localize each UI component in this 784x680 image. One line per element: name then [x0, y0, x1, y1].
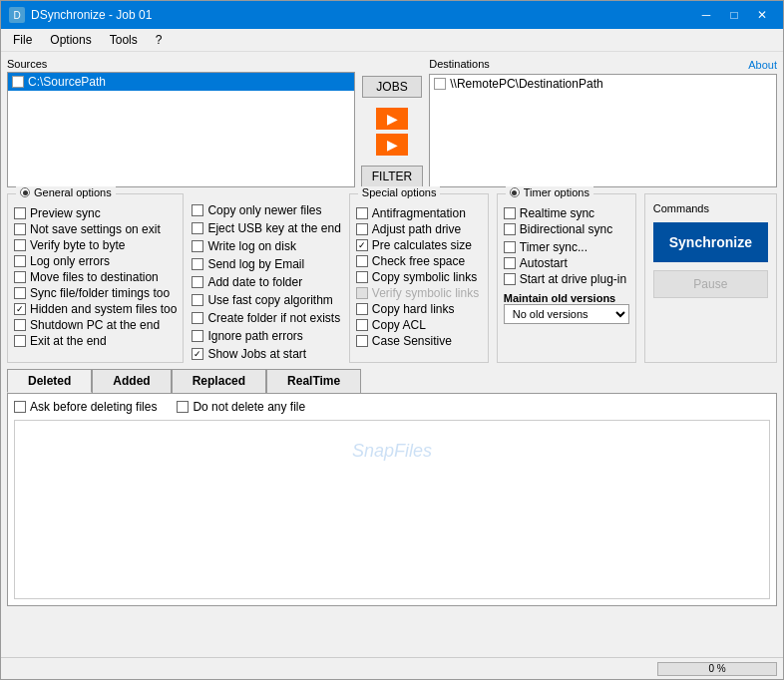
- spec-cb-6[interactable]: [356, 303, 368, 315]
- spec-opt-1: Adjust path drive: [356, 222, 482, 236]
- copy-cb-5[interactable]: [192, 294, 203, 306]
- spec-cb-3[interactable]: [356, 255, 368, 267]
- do-not-delete-cb[interactable]: [177, 401, 189, 413]
- tab-list-area: SnapFiles: [14, 420, 770, 599]
- do-not-delete-label: Do not delete any file: [193, 400, 305, 414]
- maximize-button[interactable]: □: [721, 5, 747, 25]
- copy-cb-2[interactable]: [192, 240, 203, 252]
- menu-tools[interactable]: Tools: [102, 31, 146, 49]
- do-not-delete-row: Do not delete any file: [177, 400, 305, 414]
- copy-cb-8[interactable]: [192, 348, 203, 360]
- copy-cb-4[interactable]: [192, 276, 203, 288]
- maintain-select[interactable]: No old versions 1 version 2 versions 3 v…: [504, 304, 629, 324]
- tab-realtime[interactable]: RealTime: [266, 369, 361, 393]
- main-content: Sources C:\SourcePath JOBS FILTER: [1, 52, 783, 657]
- timer-options-list: Realtime sync Bidirectional sync Timer s…: [504, 206, 629, 324]
- jobs-button[interactable]: JOBS: [362, 76, 422, 98]
- dest-item-0[interactable]: \\RemotePC\DestinationPath: [430, 75, 776, 93]
- copy-opt-1: Eject USB key at the end: [192, 221, 340, 235]
- spec-cb-8[interactable]: [356, 335, 368, 347]
- filter-button[interactable]: FILTER: [361, 166, 423, 187]
- gen-cb-8[interactable]: [14, 335, 26, 347]
- title-bar: D DSynchronize - Job 01 ─ □ ✕: [1, 1, 783, 29]
- gen-cb-6[interactable]: [14, 303, 26, 315]
- gen-cb-1[interactable]: [14, 223, 26, 235]
- spec-opt-4: Copy symbolic links: [356, 270, 482, 284]
- timer-cb-0[interactable]: [504, 207, 516, 219]
- tab-replaced[interactable]: Replaced: [172, 369, 266, 393]
- general-options-group: General options Preview sync Not save se…: [7, 193, 184, 363]
- copy-cb-0[interactable]: [192, 204, 203, 216]
- gen-cb-4[interactable]: [14, 271, 26, 283]
- source-item-0[interactable]: C:\SourcePath: [8, 73, 354, 91]
- special-options-list: Antifragmentation Adjust path drive Pre …: [356, 206, 482, 348]
- dest-path-0: \\RemotePC\DestinationPath: [450, 77, 602, 91]
- watermark: SnapFiles: [15, 421, 769, 482]
- timer-cb-4[interactable]: [504, 273, 516, 285]
- timer-cb-1[interactable]: [504, 223, 516, 235]
- timer-sub-group: Timer sync... Autostart Start at drive p…: [504, 240, 629, 286]
- source-checkbox-0[interactable]: [12, 76, 24, 88]
- synchronize-button[interactable]: Synchronize: [653, 222, 768, 262]
- general-options-radio[interactable]: [20, 187, 30, 197]
- copy-cb-6[interactable]: [192, 312, 203, 324]
- arrow-button-2[interactable]: [376, 134, 408, 156]
- tab-added[interactable]: Added: [92, 369, 171, 393]
- timer-options-radio[interactable]: [510, 187, 520, 197]
- spec-cb-2[interactable]: [356, 239, 368, 251]
- spec-cb-0[interactable]: [356, 207, 368, 219]
- general-options-title: General options: [16, 186, 116, 198]
- sources-label: Sources: [7, 58, 355, 70]
- copy-opt-8: Show Jobs at start: [192, 347, 340, 361]
- ask-before-row: Ask before deleting files: [14, 400, 157, 414]
- spec-cb-1[interactable]: [356, 223, 368, 235]
- about-link[interactable]: About: [748, 59, 777, 71]
- gen-cb-3[interactable]: [14, 255, 26, 267]
- spec-opt-6: Copy hard links: [356, 302, 482, 316]
- special-options-title: Special options: [358, 186, 441, 198]
- arrow-button-1[interactable]: [376, 108, 408, 130]
- copy-opt-4: Add date to folder: [192, 275, 340, 289]
- gen-cb-5[interactable]: [14, 287, 26, 299]
- sources-list: C:\SourcePath: [7, 72, 355, 187]
- timer-cb-3[interactable]: [504, 257, 516, 269]
- menu-options[interactable]: Options: [42, 31, 99, 49]
- timer-cb-2[interactable]: [504, 241, 516, 253]
- minimize-button[interactable]: ─: [693, 5, 719, 25]
- timer-options-title: Timer options: [506, 186, 593, 198]
- menu-help[interactable]: ?: [148, 31, 171, 49]
- gen-cb-7[interactable]: [14, 319, 26, 331]
- spec-opt-8: Case Sensitive: [356, 334, 482, 348]
- copy-cb-7[interactable]: [192, 330, 203, 342]
- dest-checkbox-0[interactable]: [434, 78, 446, 90]
- window-title: DSynchronize - Job 01: [31, 8, 152, 22]
- copy-cb-1[interactable]: [192, 222, 203, 234]
- options-section: General options Preview sync Not save se…: [7, 193, 777, 363]
- copy-opt-7: Ignore path errors: [192, 329, 340, 343]
- commands-title: Commands: [653, 202, 709, 214]
- tab-options-row: Ask before deleting files Do not delete …: [14, 400, 770, 416]
- copy-opt-6: Create folder if not exists: [192, 311, 340, 325]
- maintain-label: Maintain old versions: [504, 292, 629, 304]
- top-section: Sources C:\SourcePath JOBS FILTER: [7, 58, 777, 187]
- spec-opt-3: Check free space: [356, 254, 482, 268]
- app-icon: D: [9, 7, 25, 23]
- maintain-section: Maintain old versions No old versions 1 …: [504, 292, 629, 324]
- gen-cb-2[interactable]: [14, 239, 26, 251]
- copy-cb-3[interactable]: [192, 258, 203, 270]
- menu-file[interactable]: File: [5, 31, 40, 49]
- close-button[interactable]: ✕: [749, 5, 775, 25]
- pause-button[interactable]: Pause: [653, 270, 768, 298]
- ask-before-cb[interactable]: [14, 401, 26, 413]
- timer-opt-3: Autostart: [504, 256, 629, 270]
- gen-opt-0: Preview sync: [14, 206, 177, 220]
- spec-cb-4[interactable]: [356, 271, 368, 283]
- copy-opt-5: Use fast copy algorithm: [192, 293, 340, 307]
- tab-deleted[interactable]: Deleted: [7, 369, 92, 393]
- arrow-container: [376, 108, 408, 156]
- gen-cb-0[interactable]: [14, 207, 26, 219]
- gen-opt-8: Exit at the end: [14, 334, 177, 348]
- title-bar-controls: ─ □ ✕: [693, 5, 775, 25]
- gen-opt-6: Hidden and system files too: [14, 302, 177, 316]
- spec-cb-7[interactable]: [356, 319, 368, 331]
